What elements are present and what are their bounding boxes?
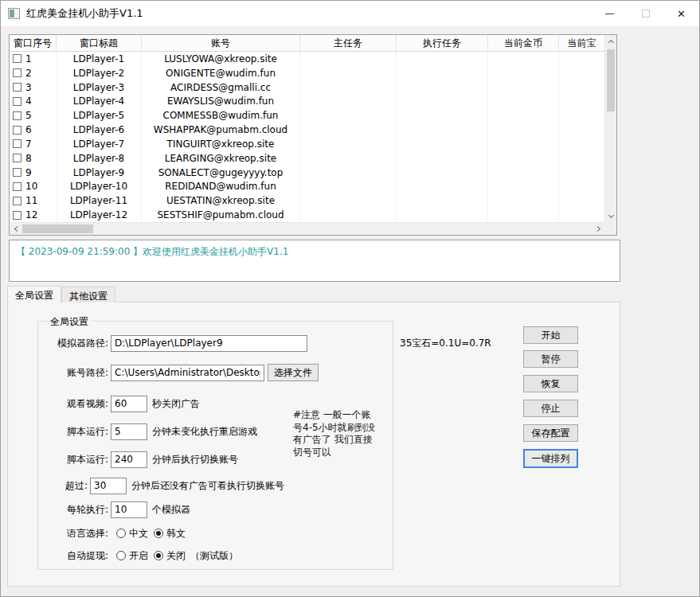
choose-file-button[interactable]: 选择文件 xyxy=(268,364,319,381)
radio-language-korean[interactable] xyxy=(154,529,163,538)
table-row[interactable]: 8 LDPlayer-8 LEARGING@xkreop.site xyxy=(10,151,604,166)
titlebar-buttons: ✕ xyxy=(592,1,699,26)
row-checkbox[interactable] xyxy=(13,83,22,92)
row-number-label: 3 xyxy=(25,82,32,93)
table-row[interactable]: 1 LDPlayer-1 LUSLYOWA@xkreop.site xyxy=(10,52,604,66)
table-row[interactable]: 3 LDPlayer-3 ACIRDESS@gmalli.cc xyxy=(10,80,604,95)
row-checkbox[interactable] xyxy=(13,168,22,177)
row-checkbox[interactable] xyxy=(13,126,22,135)
row-number-cell: 7 xyxy=(10,137,57,151)
table-row[interactable]: 5 LDPlayer-5 COMMESSB@wudim.fun xyxy=(10,108,604,123)
row-treasure xyxy=(559,123,604,137)
row-exec-task xyxy=(397,166,488,180)
arrange-button[interactable]: 一键排列 xyxy=(523,449,578,468)
column-header-treasure[interactable]: 当前宝 xyxy=(559,35,604,51)
column-header-window-title[interactable]: 窗口标题 xyxy=(57,35,142,51)
maximize-icon xyxy=(642,10,650,18)
row-checkbox[interactable] xyxy=(13,68,22,77)
row-account: UESTATIN@xkreop.site xyxy=(142,193,300,208)
row-checkbox[interactable] xyxy=(13,154,22,162)
radio-withdraw-off-label[interactable]: 关闭 xyxy=(166,549,186,563)
row-window-title: LDPlayer-2 xyxy=(57,66,142,80)
column-header-window-number[interactable]: 窗口序号 xyxy=(10,35,57,51)
pause-button[interactable]: 暂停 xyxy=(523,350,578,368)
table-row[interactable]: 7 LDPlayer-7 TINGUIRT@xkreop.site xyxy=(10,137,604,151)
row-main-task xyxy=(300,166,397,180)
script-run-switch-input[interactable] xyxy=(111,451,147,468)
vertical-scrollbar[interactable] xyxy=(604,35,616,222)
stop-button[interactable]: 停止 xyxy=(523,400,578,417)
row-gold xyxy=(488,137,559,151)
row-checkbox[interactable] xyxy=(13,182,22,191)
script-run-restart-input[interactable] xyxy=(111,423,147,440)
resume-button[interactable]: 恢复 xyxy=(523,375,578,392)
row-gold xyxy=(488,94,559,108)
radio-withdraw-on[interactable] xyxy=(116,551,126,560)
row-number-label: 11 xyxy=(25,195,37,206)
account-path-input[interactable] xyxy=(111,365,264,381)
row-treasure xyxy=(559,80,604,95)
row-checkbox[interactable] xyxy=(13,54,22,63)
chevron-right-icon xyxy=(594,226,600,232)
row-number-label: 7 xyxy=(25,139,32,150)
row-account: REDIDAND@wudim.fun xyxy=(142,179,300,193)
table-row[interactable]: 4 LDPlayer-4 EWAYSLIS@wudim.fun xyxy=(10,94,604,108)
save-config-button[interactable]: 保存配置 xyxy=(523,424,578,442)
table-row[interactable]: 9 LDPlayer-9 SONALECT@gugeyyyy.top xyxy=(10,166,604,180)
row-account: ONIGENTE@wudim.fun xyxy=(142,66,300,80)
row-exec-task xyxy=(397,193,488,208)
row-gold xyxy=(488,208,559,222)
scroll-right-button[interactable] xyxy=(592,223,604,235)
row-number-cell: 10 xyxy=(10,179,57,193)
table-row[interactable]: 6 LDPlayer-6 WSHAPPAK@pumabm.cloud xyxy=(10,123,604,137)
emulator-table: 窗口序号 窗口标题 账号 主任务 执行任务 当前金币 当前宝 1 LDPlaye… xyxy=(9,34,617,236)
tab-global-settings[interactable]: 全局设置 xyxy=(7,286,61,302)
account-path-row: 账号路径: 选择文件 xyxy=(38,364,319,381)
minimize-button[interactable] xyxy=(592,1,628,26)
row-window-title: LDPlayer-3 xyxy=(57,80,142,95)
emulator-path-input[interactable] xyxy=(111,335,307,352)
column-header-exec-task[interactable]: 执行任务 xyxy=(397,35,488,51)
row-checkbox[interactable] xyxy=(13,211,22,220)
scroll-down-button[interactable] xyxy=(605,210,617,222)
tab-other-settings[interactable]: 其他设置 xyxy=(61,287,115,302)
script-run-restart-label: 脚本运行: xyxy=(38,425,108,439)
column-header-gold[interactable]: 当前金币 xyxy=(488,35,559,51)
horizontal-scrollbar[interactable] xyxy=(10,222,604,235)
row-main-task xyxy=(300,123,397,137)
radio-withdraw-on-label[interactable]: 开启 xyxy=(129,549,148,563)
table-row[interactable]: 11 LDPlayer-11 UESTATIN@xkreop.site xyxy=(10,193,604,208)
maximize-button[interactable] xyxy=(628,1,663,26)
row-account: COMMESSB@wudim.fun xyxy=(142,108,300,123)
per-round-input[interactable] xyxy=(111,501,147,518)
row-checkbox[interactable] xyxy=(13,97,22,106)
row-number-label: 5 xyxy=(25,110,32,121)
row-exec-task xyxy=(397,66,488,80)
row-window-title: LDPlayer-9 xyxy=(57,166,142,180)
table-row[interactable]: 2 LDPlayer-2 ONIGENTE@wudim.fun xyxy=(10,66,604,80)
column-header-account[interactable]: 账号 xyxy=(142,35,300,51)
over-minutes-input[interactable] xyxy=(90,478,127,494)
watch-video-input[interactable] xyxy=(111,396,147,412)
start-button[interactable]: 开始 xyxy=(523,326,578,344)
radio-withdraw-off[interactable] xyxy=(154,551,163,560)
table-row[interactable]: 10 LDPlayer-10 REDIDAND@wudim.fun xyxy=(10,179,604,193)
row-main-task xyxy=(300,137,397,151)
row-checkbox[interactable] xyxy=(13,139,22,148)
vertical-scrollbar-thumb[interactable] xyxy=(607,49,615,111)
close-button[interactable]: ✕ xyxy=(663,1,699,26)
radio-language-korean-label[interactable]: 韩文 xyxy=(166,527,186,540)
withdraw-test-note: （测试版） xyxy=(190,549,238,563)
row-treasure xyxy=(559,137,604,151)
row-account: WSHAPPAK@pumabm.cloud xyxy=(142,123,300,137)
column-header-main-task[interactable]: 主任务 xyxy=(300,35,397,51)
scroll-up-button[interactable] xyxy=(605,35,617,47)
row-checkbox[interactable] xyxy=(13,111,22,120)
log-panel[interactable]: 【 2023-09-09 21:59:00 】欢迎使用红虎美金挂机小助手V1.1 xyxy=(9,240,620,282)
radio-language-chinese[interactable] xyxy=(116,529,126,538)
table-row[interactable]: 12 LDPlayer-12 SESTSHIF@pumabm.cloud xyxy=(10,208,604,222)
scroll-left-button[interactable] xyxy=(10,223,22,235)
horizontal-scrollbar-thumb[interactable] xyxy=(22,224,93,233)
radio-language-chinese-label[interactable]: 中文 xyxy=(129,527,148,540)
row-checkbox[interactable] xyxy=(13,197,22,205)
